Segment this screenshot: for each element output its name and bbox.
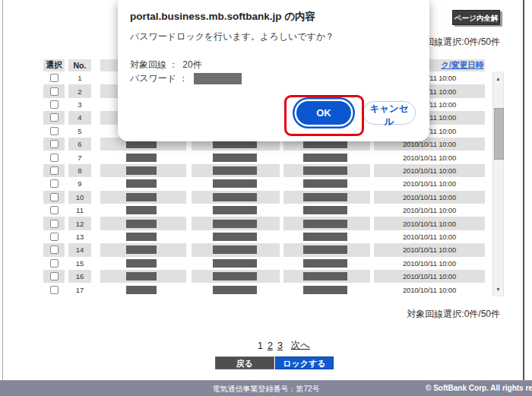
row-checkbox[interactable] [50,154,59,162]
row-datetime: 2010/10/11 10:00 [403,193,456,201]
scroll-down-icon[interactable]: ▼ [493,284,503,295]
back-button[interactable]: 戻る [215,356,274,369]
row-number-cell: 14 [68,243,91,256]
select-cell [43,138,65,150]
redacted-value-bar [126,166,157,175]
scrollbar-thumb[interactable] [494,108,504,160]
row-number-cell: 17 [68,283,91,296]
redacted-cell [100,217,186,230]
redacted-value-bar [303,166,347,175]
row-checkbox[interactable] [50,140,59,148]
row-number: 4 [78,113,81,122]
redacted-value-bar [126,154,157,162]
redacted-cell [192,257,280,270]
redacted-cell [100,150,186,163]
row-checkbox[interactable] [50,193,59,201]
row-datetime: 2010/10/11 10:00 [403,246,456,254]
ok-button[interactable]: OK [296,101,351,125]
redacted-value-bar [213,272,257,280]
table-row: 102010/10/11 10:00 [43,191,485,204]
redacted-cell [100,204,186,217]
row-checkbox[interactable] [50,87,59,96]
row-checkbox[interactable] [50,74,59,82]
footer: 電気通信事業登録番号：第72号 © SoftBank Corp. All rig… [0,380,532,396]
row-number: 3 [78,100,81,109]
redacted-cell [100,230,186,243]
row-checkbox[interactable] [50,272,59,280]
table-row: 152010/10/11 10:00 [43,257,485,270]
pagination-page-link[interactable]: 3 [277,341,283,351]
lock-button[interactable]: ロックする [275,356,334,369]
row-checkbox[interactable] [50,206,59,214]
redacted-value-bar [126,179,157,188]
row-checkbox[interactable] [50,286,59,294]
redacted-value-bar [303,220,347,228]
redacted-value-bar [213,206,257,214]
row-checkbox[interactable] [50,113,59,122]
row-datetime: 2010/10/11 10:00 [403,166,456,175]
row-datetime: 2010/10/11 10:00 [403,286,456,294]
dialog-password-line: パスワード ： [130,72,242,85]
password-label: パスワード ： [130,72,188,85]
redacted-value-bar [213,220,257,228]
row-number-cell: 4 [68,111,91,124]
redacted-cell [192,230,280,243]
row-checkbox[interactable] [50,220,59,228]
row-number: 16 [76,272,84,280]
row-checkbox[interactable] [50,259,59,268]
row-datetime-cell: 2010/10/11 10:00 [374,150,485,163]
pagination-page-link[interactable]: 2 [267,341,274,351]
row-number: 6 [78,140,81,148]
redacted-value-bar [213,154,257,162]
clear-all-on-page-button[interactable]: ページ内全解除 [452,10,500,25]
row-datetime-cell: 2010/10/11 10:00 [374,283,485,296]
row-number: 8 [78,166,81,175]
page-left-border [2,0,3,380]
redacted-cell [100,243,186,256]
redacted-cell [283,150,370,163]
row-checkbox[interactable] [50,233,59,241]
table-row: 72010/10/11 10:00 [43,150,485,163]
redacted-value-bar [303,259,347,268]
redacted-cell [192,217,280,230]
row-datetime-cell: 2010/10/11 10:00 [374,243,485,256]
row-checkbox[interactable] [50,127,59,135]
row-number-cell: 9 [68,177,91,190]
row-number-cell: 16 [68,270,91,283]
datetime-sort-link[interactable]: ク/変更日時 [441,60,483,71]
row-checkbox[interactable] [50,166,59,175]
row-checkbox[interactable] [50,246,59,254]
redacted-value-bar [213,259,257,268]
select-cell [43,98,65,111]
selection-status-bottom: 対象回線選択:0件/50件 [407,308,500,321]
table-row: 132010/10/11 10:00 [43,230,485,243]
table-row: 172010/10/11 10:00 [43,283,485,296]
row-checkbox[interactable] [50,100,59,109]
redacted-cell [283,204,370,217]
row-number: 1 [78,74,81,82]
row-number-cell: 5 [68,125,91,138]
pagination-next-link[interactable]: 次へ [291,339,310,352]
row-datetime-cell: 2010/10/11 10:00 [374,217,485,230]
redacted-value-bar [303,233,347,241]
redacted-value-bar [213,233,257,241]
row-datetime-cell: 2010/10/11 10:00 [374,204,485,217]
scroll-up-icon[interactable]: ▲ [493,73,503,84]
redacted-cell [283,257,370,270]
redacted-value-bar [126,193,157,201]
redacted-value-bar [213,286,257,294]
select-cell [43,125,65,138]
row-checkbox[interactable] [50,179,59,188]
redacted-value-bar [213,193,257,201]
pagination-pages: 23 [267,341,283,351]
target-lines-label: 対象回線 ： [130,59,178,70]
row-number: 13 [76,233,84,241]
cancel-button[interactable]: キャンセル [363,101,416,125]
header-no: No. [68,59,91,71]
redacted-value-bar [126,206,157,214]
row-number: 7 [78,154,81,162]
redacted-value-bar [303,272,347,280]
redacted-cell [100,191,186,204]
table-scrollbar[interactable]: ▲ ▼ [492,71,504,296]
table-row: 162010/10/11 10:00 [43,270,485,283]
